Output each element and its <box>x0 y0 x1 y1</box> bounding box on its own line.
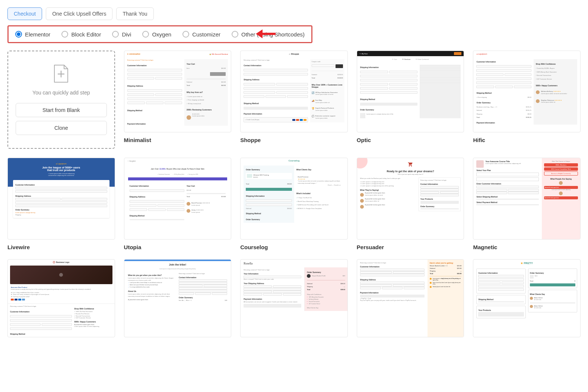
template-thumbnail: Rosella Returning customer? Click here t… <box>240 259 348 337</box>
template-card-optic[interactable]: 👓 iffly Store ① Cart② Checkout③ Order Co… <box>357 51 464 149</box>
tab-upsell[interactable]: One Click Upsell Offers <box>46 7 112 20</box>
template-card-livewire[interactable]: ● Logoipsum Join the league of 5000+ use… <box>7 158 115 250</box>
template-thumbnail: Your Awesome Course Title Lorem ipsum do… <box>473 158 581 240</box>
template-thumbnail: FRIZTY Customer Information Shipping Met… <box>473 259 581 337</box>
radio-icon <box>182 31 189 38</box>
template-title: Magnetic <box>473 244 581 250</box>
template-thumbnail: ● minimalist🔒 SSL Secured Checkout Retur… <box>124 51 232 132</box>
template-card-courselog[interactable]: Courselog Order Summary Ultimate SEO Tra… <box>240 158 348 250</box>
template-thumbnail: Ready to get the skin of your dreams? Yo… <box>357 158 464 240</box>
template-title: Persuader <box>357 244 464 250</box>
template-thumbnail: ⌂ Shoppe Returning customer? Click here … <box>240 51 348 132</box>
template-thumbnail: 〰 English Join Over 12,000+ Buyers Who U… <box>124 158 232 240</box>
template-title: Shoppe <box>240 137 348 143</box>
template-card-magnetic[interactable]: Your Awesome Course Title Lorem ipsum do… <box>473 158 581 250</box>
template-card-row3-3[interactable]: Rosella Returning customer? Click here t… <box>240 259 348 337</box>
annotation-arrow-icon <box>255 27 277 41</box>
template-card-minimalist[interactable]: ● minimalist🔒 SSL Secured Checkout Retur… <box>124 51 232 149</box>
radio-oxygen[interactable]: Oxygen <box>142 31 171 38</box>
radio-block-editor[interactable]: Block Editor <box>61 31 101 38</box>
blank-subtitle: You can quickly add step <box>32 90 90 96</box>
template-card-row3-5[interactable]: FRIZTY Customer Information Shipping Met… <box>473 259 581 337</box>
template-title: Utopia <box>124 244 232 250</box>
template-title: Minimalist <box>124 137 232 143</box>
blank-template-card: You can quickly add step Start from Blan… <box>7 51 115 149</box>
template-card-row3-4[interactable]: Returning customer? Click here to login … <box>357 259 464 337</box>
step-type-tabs: Checkout One Click Upsell Offers Thank Y… <box>7 7 581 20</box>
radio-icon <box>142 31 149 38</box>
template-title: Hific <box>473 137 581 143</box>
radio-customizer[interactable]: Customizer <box>182 31 220 38</box>
template-thumbnail: 👓 iffly Store ① Cart② Checkout③ Order Co… <box>357 51 464 132</box>
template-thumbnail: Courselog Order Summary Ultimate SEO Tra… <box>240 158 348 240</box>
template-card-persuader[interactable]: Ready to get the skin of your dreams? Yo… <box>357 158 464 250</box>
template-thumbnail: Join the tribe! Lorem ipsum is simply du… <box>124 259 232 337</box>
template-thumbnail: Business Logo Awesome New Product Lorem … <box>7 259 115 337</box>
radio-icon <box>61 31 68 38</box>
template-card-utopia[interactable]: 〰 English Join Over 12,000+ Buyers Who U… <box>124 158 232 250</box>
template-thumbnail: ● Logoipsum Customer Information Shippin… <box>473 51 581 132</box>
template-thumbnail: ● Logoipsum Join the league of 5000+ use… <box>7 158 115 240</box>
add-page-icon <box>53 64 69 84</box>
tab-checkout[interactable]: Checkout <box>7 7 42 20</box>
clone-button[interactable]: Clone <box>16 121 107 135</box>
template-card-shoppe[interactable]: ⌂ Shoppe Returning customer? Click here … <box>240 51 348 149</box>
template-title: Optic <box>357 137 464 143</box>
template-thumbnail: Returning customer? Click here to login … <box>357 259 464 337</box>
template-card-hific[interactable]: ● Logoipsum Customer Information Shippin… <box>473 51 581 149</box>
start-from-blank-button[interactable]: Start from Blank <box>16 103 107 117</box>
template-grid: You can quickly add step Start from Blan… <box>7 51 581 337</box>
radio-elementor[interactable]: Elementor <box>15 31 50 38</box>
template-title: Livewire <box>7 244 115 250</box>
template-card-row3-1[interactable]: Business Logo Awesome New Product Lorem … <box>7 259 115 337</box>
radio-icon <box>232 31 238 38</box>
radio-divi[interactable]: Divi <box>112 31 131 38</box>
radio-icon <box>112 31 119 38</box>
template-title: Courselog <box>240 244 348 250</box>
template-card-row3-2[interactable]: Join the tribe! Lorem ipsum is simply du… <box>124 259 232 337</box>
tab-thankyou[interactable]: Thank You <box>116 7 153 20</box>
radio-icon <box>15 31 22 38</box>
